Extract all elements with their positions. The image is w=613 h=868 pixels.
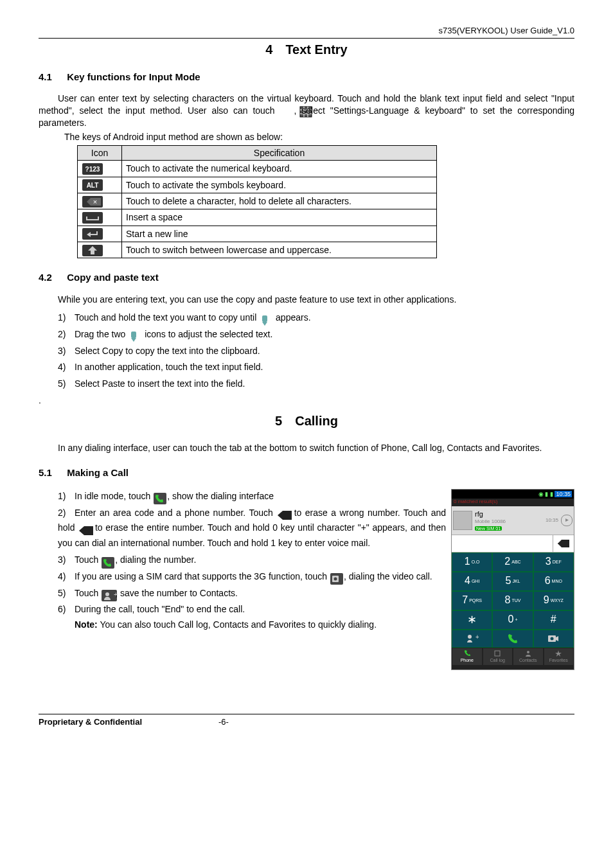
page-number: -6- (218, 717, 229, 728)
spec-cell: Touch to delete a character, hold to del… (122, 193, 437, 209)
status-time: 10:35 (555, 491, 572, 497)
step-num: 3) (58, 553, 75, 568)
step-text: Select Copy to copy the text into the cl… (75, 346, 260, 356)
delete-key-icon: × (82, 195, 103, 208)
section-5-1-text: Making a Call (67, 467, 129, 478)
svg-marker-29 (555, 650, 562, 657)
step-text: Touch and hold the text you want to copy… (75, 312, 256, 323)
section-4-2-heading: 4.2 Copy and paste text (39, 271, 574, 284)
step-text: In another application, touch the text i… (75, 362, 263, 372)
svg-point-28 (527, 651, 529, 653)
step-text: Touch (75, 554, 98, 565)
number-display (452, 535, 574, 553)
tab-call-log[interactable]: Call log (483, 648, 513, 666)
svg-marker-26 (556, 636, 558, 641)
avatar-icon (453, 511, 472, 530)
text-cursor-icon (128, 329, 142, 341)
spec-cell: Insert a space (122, 209, 437, 226)
svg-marker-21 (558, 540, 569, 547)
step-text-b: , dialing the number. (115, 554, 196, 565)
key-5[interactable]: 5JKL (492, 572, 533, 591)
key-9[interactable]: 9WXYZ (533, 591, 574, 610)
step-text: Enter an area code and a phone number. T… (75, 508, 273, 518)
table-intro: The keys of Android input method are sho… (64, 131, 574, 143)
key-1[interactable]: 1O.O (452, 553, 492, 572)
dialer-screenshot: ◉ ▮ ▮ 10:35 0 matched result(s) rfg Mobi… (451, 489, 574, 670)
step-num: 5) (58, 376, 75, 392)
step-text: Drag the two (75, 329, 125, 339)
step-text: Select Paste to insert the text into the… (75, 378, 245, 389)
key-star[interactable]: ∗ (452, 610, 492, 630)
key-2[interactable]: 2ABC (492, 553, 533, 572)
section-4-1-paragraph: User can enter text by selecting charact… (39, 93, 574, 128)
step-text-b: , dialing the video call. (344, 571, 432, 581)
step-num: 4) (58, 360, 75, 375)
section-4-2-text: Copy and paste text (67, 272, 159, 283)
list-item: 2)Drag the two icons to adjust the selec… (58, 327, 574, 342)
add-contact-icon: + (101, 588, 115, 599)
backspace-key[interactable] (553, 535, 574, 552)
step-text-c: to erase the entire number. Touch and ho… (58, 522, 446, 548)
tab-contacts[interactable]: Contacts (513, 648, 544, 666)
svg-rect-27 (495, 651, 500, 656)
trailing-dot: . (39, 394, 574, 406)
key-hash[interactable]: # (533, 610, 574, 630)
chapter-5-title: 5 Calling (39, 412, 574, 429)
list-item: 5)Select Paste to insert the text into t… (58, 376, 574, 392)
match-bar: 0 matched result(s) (452, 499, 574, 506)
spec-cell: Start a new line (122, 226, 437, 242)
section-4-2-paragraph: While you are entering text, you can use… (39, 294, 574, 305)
copy-paste-steps: 1)Touch and hold the text you want to co… (58, 310, 574, 392)
video-call-button[interactable] (533, 630, 574, 648)
status-bar: ◉ ▮ ▮ 10:35 (452, 490, 574, 499)
svg-point-38 (105, 592, 109, 596)
key-7[interactable]: 7PQRS (452, 591, 492, 610)
svg-marker-18 (262, 322, 267, 326)
section-4-2-num: 4.2 (39, 271, 64, 284)
svg-text:?123: ?123 (85, 166, 100, 173)
alt-key-icon: ALT (82, 179, 103, 191)
key-3[interactable]: 3DEF (533, 553, 574, 572)
backspace-icon (276, 508, 290, 519)
svg-point-36 (333, 578, 337, 581)
svg-point-25 (551, 637, 554, 640)
section-4-1-text: Key functions for Input Mode (67, 71, 200, 82)
step-num: 1) (58, 310, 75, 326)
section-4-1-heading: 4.1 Key functions for Input Mode (39, 71, 574, 84)
tab-phone[interactable]: Phone (452, 648, 483, 666)
table-row: Touch to switch between lowercase and up… (78, 242, 437, 258)
bottom-tabs: Phone Call log Contacts Favorites (452, 648, 574, 666)
backspace-icon (78, 523, 92, 535)
step-text-b: icons to adjust the selected text. (145, 329, 272, 339)
svg-text:+: + (475, 633, 479, 641)
svg-text:ALT: ALT (87, 182, 99, 189)
action-row: + (452, 630, 574, 648)
step-num: 4) (58, 569, 75, 585)
step-text: If you are using a SIM card that support… (75, 571, 327, 581)
step-text: During the call, touch "End" to end the … (75, 604, 245, 614)
call-button[interactable] (492, 630, 533, 648)
key-0[interactable]: 0+ (492, 610, 533, 630)
step-text-b: , save the number to Contacts. (115, 588, 238, 598)
spec-cell: Touch to activate the symbols keyboard. (122, 177, 437, 193)
table-row: Start a new line (78, 226, 437, 242)
dialpad: 1O.O 2ABC 3DEF 4GHI 5JKL 6MNO 7PQRS 8TUV… (452, 553, 574, 630)
tab-favorites[interactable]: Favorites (544, 648, 574, 666)
enter-key-icon (82, 227, 103, 240)
add-contact-button[interactable]: + (452, 630, 492, 648)
svg-rect-19 (131, 332, 136, 338)
key-4[interactable]: 4GHI (452, 572, 492, 591)
svg-text:×: × (93, 198, 97, 206)
contact-mobile: Mobile 10086 (475, 518, 546, 525)
svg-rect-33 (102, 557, 114, 569)
key-6[interactable]: 6MNO (533, 572, 574, 591)
svg-marker-31 (278, 511, 292, 520)
play-icon[interactable]: ▸ (561, 515, 573, 526)
footer-left: Proprietary & Confidential (39, 717, 142, 727)
contact-name: rfg (475, 509, 546, 518)
table-row: Insert a space (78, 209, 437, 226)
chapter-5-intro: In any dialing interface, user can touch… (39, 442, 574, 454)
key-8[interactable]: 8TUV (492, 591, 533, 610)
step-num: 3) (58, 344, 75, 359)
step-text-b: appears. (276, 312, 310, 323)
